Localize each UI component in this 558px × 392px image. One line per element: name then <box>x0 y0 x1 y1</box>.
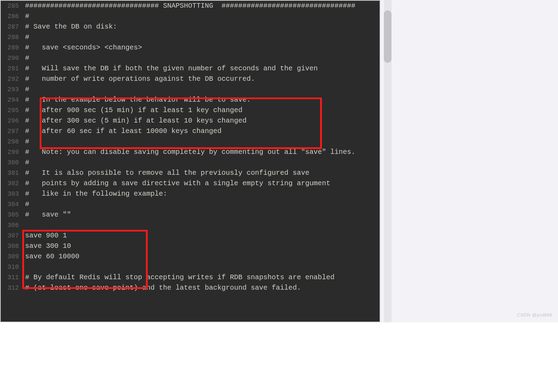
code-line[interactable]: 300# <box>1 157 380 168</box>
code-line[interactable]: 299# Note: you can disable saving comple… <box>1 147 380 157</box>
line-number: 291 <box>1 63 25 74</box>
line-content: ################################ SNAPSHO… <box>25 1 355 11</box>
line-content: # <box>25 32 29 42</box>
line-content: save 60 10000 <box>25 251 79 262</box>
line-content: # <box>25 199 29 210</box>
line-number: 300 <box>1 157 25 168</box>
scrollbar-region <box>380 0 558 322</box>
code-line[interactable]: 294# In the example below the behavior w… <box>1 95 380 105</box>
line-content: # Will save the DB if both the given num… <box>25 63 318 74</box>
line-number: 293 <box>1 84 25 95</box>
line-content: # <box>25 136 29 147</box>
line-number: 303 <box>1 189 25 199</box>
code-line[interactable]: 286# <box>1 11 380 22</box>
line-content: # It is also possible to remove all the … <box>25 168 309 178</box>
line-number: 302 <box>1 178 25 189</box>
line-number: 311 <box>1 272 25 283</box>
line-number: 288 <box>1 32 25 42</box>
code-line[interactable]: 290# <box>1 53 380 63</box>
line-content: # number of write operations against the… <box>25 74 255 84</box>
code-line[interactable]: 309save 60 10000 <box>1 251 380 262</box>
code-line[interactable]: 296# after 300 sec (5 min) if at least 1… <box>1 116 380 126</box>
code-line[interactable]: 293# <box>1 84 380 95</box>
code-line[interactable]: 285################################ SNAP… <box>1 1 380 11</box>
line-number: 290 <box>1 53 25 63</box>
line-content: # <box>25 84 29 95</box>
line-number: 301 <box>1 168 25 178</box>
line-number: 292 <box>1 74 25 84</box>
line-content: # like in the following example: <box>25 189 167 199</box>
code-line[interactable]: 304# <box>1 199 380 210</box>
line-number: 306 <box>1 220 25 230</box>
line-number: 294 <box>1 95 25 105</box>
line-content: # Note: you can disable saving completel… <box>25 147 355 157</box>
line-number: 285 <box>1 1 25 11</box>
code-line[interactable]: 298# <box>1 136 380 147</box>
line-number: 295 <box>1 105 25 116</box>
line-content: # (at least one save point) and the late… <box>25 283 301 293</box>
line-content: # save "" <box>25 210 71 220</box>
code-line[interactable]: 292# number of write operations against … <box>1 74 380 84</box>
line-content: # after 900 sec (15 min) if at least 1 k… <box>25 105 242 116</box>
code-line[interactable]: 307save 900 1 <box>1 230 380 241</box>
line-number: 305 <box>1 210 25 220</box>
line-number: 308 <box>1 241 25 251</box>
line-number: 298 <box>1 136 25 147</box>
code-line[interactable]: 306 <box>1 220 380 230</box>
line-content: # <box>25 157 29 168</box>
code-line[interactable]: 310 <box>1 262 380 272</box>
code-line[interactable]: 289# save <seconds> <changes> <box>1 42 380 53</box>
line-content: # By default Redis will stop accepting w… <box>25 272 334 283</box>
line-content: # <box>25 53 29 63</box>
line-number: 307 <box>1 230 25 241</box>
code-line[interactable]: 302# points by adding a save directive w… <box>1 178 380 189</box>
code-line[interactable]: 297# after 60 sec if at least 10000 keys… <box>1 126 380 136</box>
line-number: 296 <box>1 116 25 126</box>
line-content: # In the example below the behavior will… <box>25 95 251 105</box>
line-number: 289 <box>1 42 25 53</box>
page-background <box>0 322 558 392</box>
code-line[interactable]: 311# By default Redis will stop acceptin… <box>1 272 380 283</box>
line-number: 310 <box>1 262 25 272</box>
line-number: 312 <box>1 283 25 293</box>
scrollbar-thumb[interactable] <box>384 10 392 63</box>
line-content: save 300 10 <box>25 241 71 251</box>
code-line[interactable]: 308save 300 10 <box>1 241 380 251</box>
code-editor-viewport[interactable]: 285################################ SNAP… <box>0 0 380 322</box>
line-number: 299 <box>1 147 25 157</box>
code-line[interactable]: 301# It is also possible to remove all t… <box>1 168 380 178</box>
code-line[interactable]: 288# <box>1 32 380 42</box>
line-content: # save <seconds> <changes> <box>25 42 142 53</box>
code-line[interactable]: 312# (at least one save point) and the l… <box>1 283 380 293</box>
watermark-text: CSDN @ycd666 <box>517 310 552 320</box>
line-content: # <box>25 11 29 22</box>
code-area[interactable]: 285################################ SNAP… <box>1 1 380 322</box>
line-content: # after 60 sec if at least 10000 keys ch… <box>25 126 222 136</box>
line-content: # Save the DB on disk: <box>25 22 117 32</box>
code-line[interactable]: 303# like in the following example: <box>1 189 380 199</box>
line-content: # after 300 sec (5 min) if at least 10 k… <box>25 116 247 126</box>
line-content: # points by adding a save directive with… <box>25 178 330 189</box>
line-number: 297 <box>1 126 25 136</box>
line-number: 286 <box>1 11 25 22</box>
line-number: 309 <box>1 251 25 262</box>
line-number: 304 <box>1 199 25 210</box>
line-content: save 900 1 <box>25 230 67 241</box>
code-line[interactable]: 291# Will save the DB if both the given … <box>1 63 380 74</box>
code-line[interactable]: 287# Save the DB on disk: <box>1 22 380 32</box>
code-line[interactable]: 305# save "" <box>1 210 380 220</box>
line-number: 287 <box>1 22 25 32</box>
code-line[interactable]: 295# after 900 sec (15 min) if at least … <box>1 105 380 116</box>
